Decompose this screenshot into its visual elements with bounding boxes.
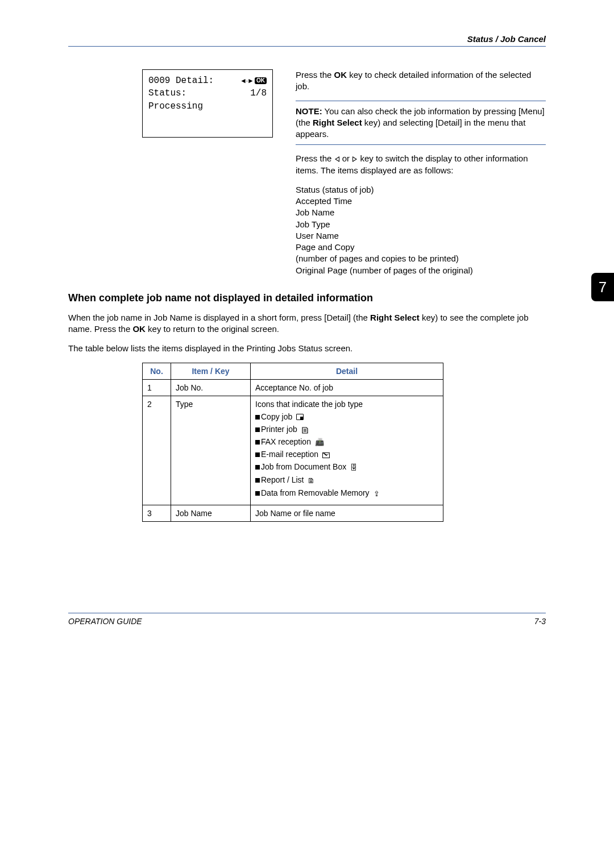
removable-memory-icon: ⇪ (374, 489, 380, 498)
type-intro: Icons that indicate the job type (255, 400, 438, 409)
table-row: 3 Job Name Job Name or file name (143, 505, 443, 521)
type-list: Copy job Printer job FAX reception 📠 E-m… (255, 412, 438, 498)
fax-reception-icon: 📠 (315, 438, 324, 446)
table-header-row: No. Item / Key Detail (143, 363, 443, 379)
note-box: NOTE: You can also check the job informa… (296, 101, 546, 146)
lcd-panel: 0009 Detail: ◄∙► OK Status: 1/8 Processi… (142, 69, 273, 138)
printer-job-icon (301, 426, 308, 433)
footer-left: OPERATION GUIDE (68, 617, 142, 626)
instruction-press-ok: Press the OK key to check detailed infor… (296, 69, 546, 93)
table-row: 2 Type Icons that indicate the job type … (143, 396, 443, 505)
subheading: When complete job name not displayed in … (68, 292, 546, 304)
col-detail: Detail (251, 363, 443, 379)
footer-page-number: 7-3 (534, 617, 546, 626)
left-arrow-icon (335, 156, 339, 162)
detail-table: No. Item / Key Detail 1 Job No. Acceptan… (142, 363, 443, 522)
lcd-ok-indicator: ◄∙► OK (240, 76, 267, 86)
dpad-icon: ◄∙► (240, 76, 254, 86)
lcd-status-value: Processing (148, 100, 267, 113)
page-section-header: Status / Job Cancel (68, 34, 546, 47)
lcd-status-label: Status: (148, 87, 186, 99)
email-reception-icon (322, 452, 330, 458)
col-item: Item / Key (171, 363, 251, 379)
lcd-page-indicator: 1/8 (250, 87, 267, 99)
document-box-icon: 🗄 (350, 463, 358, 472)
copy-job-icon (296, 414, 304, 420)
chapter-tab: 7 (591, 273, 614, 301)
info-items-list: Status (status of job) Accepted Time Job… (296, 184, 546, 276)
body-paragraph-1: When the job name in Job Name is display… (68, 312, 546, 335)
right-arrow-icon (352, 156, 357, 162)
ok-icon: OK (255, 77, 267, 84)
page-footer: OPERATION GUIDE 7-3 (68, 613, 546, 626)
lcd-title: 0009 Detail: (148, 74, 214, 87)
body-paragraph-2: The table below lists the items displaye… (68, 343, 546, 354)
instruction-arrow-keys: Press the or key to switch the display t… (296, 153, 546, 176)
table-row: 1 Job No. Acceptance No. of job (143, 379, 443, 396)
col-no: No. (143, 363, 171, 379)
report-list-icon: 🗎 (308, 476, 315, 485)
